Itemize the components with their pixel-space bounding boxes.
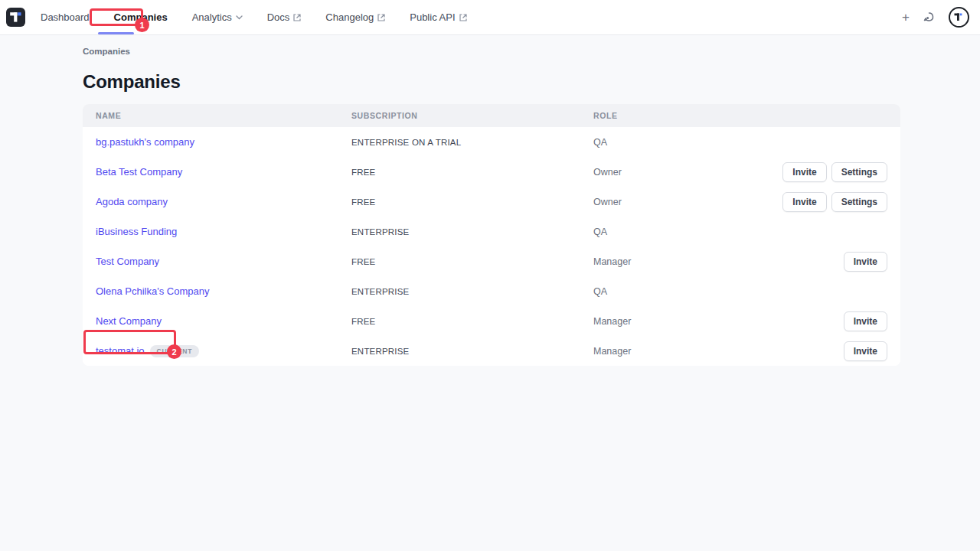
nav-item-public-api[interactable]: Public API (408, 7, 468, 28)
company-name-cell: Next Company (83, 315, 338, 327)
nav-item-analytics[interactable]: Analytics (191, 7, 244, 28)
invite-button[interactable]: Invite (844, 311, 887, 331)
nav-item-label: Docs (267, 11, 290, 23)
role-cell: Manager (580, 256, 844, 267)
role-cell: Owner (580, 167, 782, 178)
subscription-value: FREE (351, 168, 375, 177)
company-name-cell: bg.pastukh's company (83, 136, 338, 148)
testomat-logo[interactable] (6, 8, 25, 27)
subscription-value: ENTERPRISE ON A TRIAL (351, 138, 461, 147)
nav-item-companies[interactable]: Companies (113, 7, 169, 28)
invite-button[interactable]: Invite (844, 341, 887, 361)
current-badge: CURRENT (150, 345, 199, 357)
subscription-cell: ENTERPRISE (338, 347, 580, 356)
breadcrumb[interactable]: Companies (83, 47, 980, 56)
company-name-cell: Test Company (83, 256, 338, 267)
role-cell: QA (580, 286, 887, 297)
column-header-role: Role (580, 111, 900, 120)
invite-button[interactable]: Invite (844, 252, 887, 272)
row-actions: Invite (844, 252, 900, 272)
avatar-logo-icon (953, 11, 965, 23)
nav-item-docs[interactable]: Docs (266, 7, 303, 28)
company-link[interactable]: testomat.io (96, 345, 145, 357)
table-row: Next CompanyFREEManagerInvite (83, 306, 900, 336)
table-row: Olena Pchilka's CompanyENTERPRISEQA (83, 276, 900, 306)
role-cell: Manager (580, 316, 844, 327)
company-link[interactable]: Agoda company (96, 196, 168, 207)
role-cell: Manager (580, 346, 844, 357)
invite-button[interactable]: Invite (782, 162, 826, 182)
role-value: Manager (593, 256, 631, 267)
subscription-cell: FREE (338, 168, 580, 177)
nav-item-label: Dashboard (41, 11, 90, 23)
nav-item-label: Public API (410, 11, 455, 23)
nav-item-changelog[interactable]: Changelog (324, 7, 387, 28)
role-cell: QA (580, 137, 887, 148)
company-link[interactable]: bg.pastukh's company (96, 136, 194, 148)
nav-item-dashboard[interactable]: Dashboard (39, 7, 91, 28)
company-link[interactable]: Next Company (96, 315, 162, 327)
nav-item-label: Changelog (325, 11, 374, 23)
role-value: Manager (593, 346, 631, 357)
company-name-cell: testomat.ioCURRENT (83, 345, 338, 357)
settings-button[interactable]: Settings (831, 192, 887, 212)
role-value: QA (593, 286, 607, 297)
table-row: Beta Test CompanyFREEOwnerInviteSettings (83, 157, 900, 187)
support-icon[interactable] (923, 11, 936, 24)
table-header-row: Name Subscription Role (83, 104, 900, 127)
main-content: Companies Companies Name Subscription Ro… (0, 35, 980, 366)
row-actions: InviteSettings (782, 192, 900, 212)
subscription-value: FREE (351, 257, 375, 266)
nav-items: Dashboard Companies Analytics Docs Chang… (39, 7, 469, 28)
role-cell: QA (580, 227, 887, 237)
subscription-value: ENTERPRISE (351, 227, 410, 236)
table-row: Agoda companyFREEOwnerInviteSettings (83, 187, 900, 217)
external-link-icon (293, 14, 301, 21)
company-link[interactable]: Olena Pchilka's Company (96, 285, 209, 297)
role-cell: Owner (580, 197, 782, 207)
company-name-cell: Agoda company (83, 196, 338, 207)
subscription-cell: ENTERPRISE ON A TRIAL (338, 138, 580, 147)
company-name-cell: iBusiness Funding (83, 226, 338, 237)
external-link-icon (459, 14, 467, 21)
table-row: testomat.ioCURRENTENTERPRISEManagerInvit… (83, 336, 900, 366)
row-actions: InviteSettings (782, 162, 900, 182)
external-link-icon (377, 14, 385, 21)
subscription-value: FREE (351, 317, 375, 326)
role-value: Manager (593, 316, 631, 327)
subscription-value: ENTERPRISE (351, 287, 410, 296)
testomat-logo-icon (6, 8, 25, 27)
company-name-cell: Olena Pchilka's Company (83, 285, 338, 297)
row-actions: Invite (844, 311, 900, 331)
invite-button[interactable]: Invite (782, 192, 826, 212)
company-link[interactable]: Beta Test Company (96, 166, 182, 178)
company-link[interactable]: iBusiness Funding (96, 226, 177, 237)
table-body: bg.pastukh's companyENTERPRISE ON A TRIA… (83, 127, 900, 366)
subscription-value: ENTERPRISE (351, 347, 410, 356)
table-row: Test CompanyFREEManagerInvite (83, 246, 900, 276)
table-row: bg.pastukh's companyENTERPRISE ON A TRIA… (83, 127, 900, 157)
role-value: QA (593, 227, 607, 237)
nav-item-label: Analytics (192, 11, 232, 23)
subscription-cell: FREE (338, 197, 580, 207)
subscription-cell: FREE (338, 257, 580, 266)
company-link[interactable]: Test Company (96, 256, 159, 267)
plus-icon[interactable]: + (902, 11, 910, 24)
chevron-down-icon (236, 15, 243, 20)
page-title: Companies (83, 71, 980, 93)
subscription-cell: ENTERPRISE (338, 227, 580, 236)
settings-button[interactable]: Settings (831, 162, 887, 182)
company-name-cell: Beta Test Company (83, 166, 338, 178)
top-nav: Dashboard Companies Analytics Docs Chang… (0, 0, 980, 35)
nav-right-icons: + (902, 7, 972, 28)
subscription-value: FREE (351, 197, 375, 207)
column-header-subscription: Subscription (338, 111, 580, 120)
role-value: QA (593, 137, 607, 148)
active-tab-indicator (98, 32, 134, 34)
companies-table: Name Subscription Role bg.pastukh's comp… (83, 104, 900, 366)
table-row: iBusiness FundingENTERPRISEQA (83, 217, 900, 246)
user-avatar[interactable] (949, 7, 969, 28)
row-actions: Invite (844, 341, 900, 361)
role-value: Owner (593, 197, 622, 207)
column-header-name: Name (83, 111, 338, 120)
